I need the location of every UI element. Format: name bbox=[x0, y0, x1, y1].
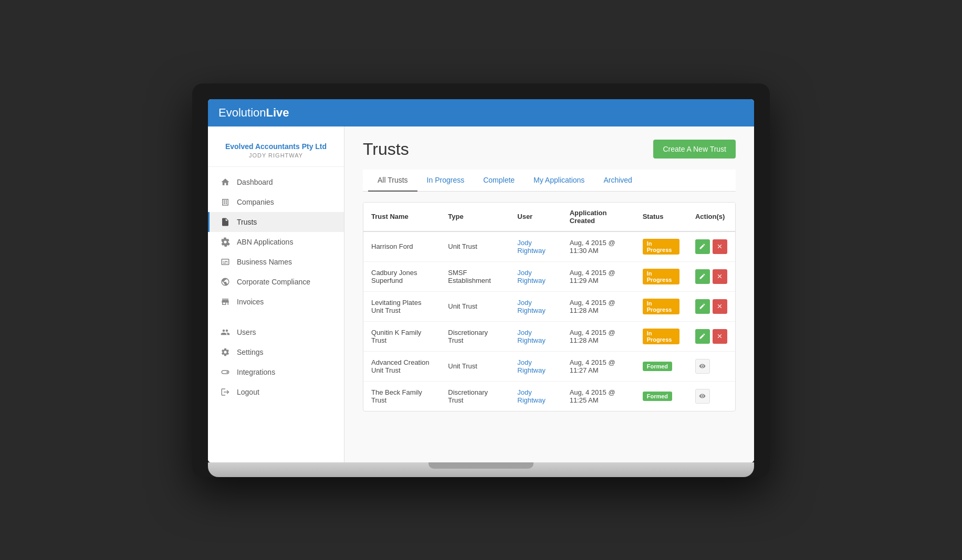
edit-button[interactable] bbox=[695, 329, 710, 344]
logo-bold: Live bbox=[266, 106, 289, 119]
cell-user: Jody Rightway bbox=[509, 231, 561, 262]
cell-actions bbox=[687, 291, 735, 321]
tab-in-progress[interactable]: In Progress bbox=[417, 170, 474, 192]
delete-button[interactable] bbox=[713, 329, 727, 344]
building-icon bbox=[220, 197, 231, 207]
cell-status: In Progress bbox=[635, 231, 687, 262]
cell-trust-name: Cadbury Jones Superfund bbox=[363, 261, 440, 291]
sidebar-item-companies[interactable]: Companies bbox=[208, 192, 344, 212]
user-link[interactable]: Jody Rightway bbox=[517, 269, 545, 284]
action-buttons bbox=[695, 359, 727, 374]
app-header: EvolutionLive bbox=[208, 99, 754, 126]
col-created: Application Created bbox=[562, 203, 635, 231]
cell-created: Aug, 4 2015 @ 11:28 AM bbox=[562, 291, 635, 321]
document-icon bbox=[220, 217, 231, 227]
sidebar-label-trusts: Trusts bbox=[237, 218, 257, 226]
edit-button[interactable] bbox=[695, 269, 710, 284]
sidebar-label-logout: Logout bbox=[237, 388, 259, 396]
sidebar-label-abn: ABN Applications bbox=[237, 238, 293, 246]
invoice-icon bbox=[220, 297, 231, 307]
sidebar-username: JODY RIGHTWAY bbox=[213, 152, 339, 159]
trusts-table: Trust Name Type User Application Created… bbox=[363, 203, 735, 411]
cell-status: Formed bbox=[635, 381, 687, 411]
edit-button[interactable] bbox=[695, 299, 710, 314]
user-link[interactable]: Jody Rightway bbox=[517, 299, 545, 314]
sidebar-nav: Dashboard Companies Trusts bbox=[208, 167, 344, 407]
cell-created: Aug, 4 2015 @ 11:25 AM bbox=[562, 381, 635, 411]
user-link[interactable]: Jody Rightway bbox=[517, 358, 545, 374]
cell-type: Unit Trust bbox=[440, 231, 509, 262]
integrations-icon bbox=[220, 367, 231, 377]
cell-status: In Progress bbox=[635, 321, 687, 351]
sidebar-item-abn-applications[interactable]: ABN Applications bbox=[208, 232, 344, 252]
sidebar-label-companies: Companies bbox=[237, 198, 274, 206]
cell-type: Discretionary Trust bbox=[440, 381, 509, 411]
view-button[interactable] bbox=[695, 359, 710, 374]
cell-trust-name: Advanced Creation Unit Trust bbox=[363, 351, 440, 381]
status-badge: In Progress bbox=[643, 269, 679, 284]
table-row: Harrison Ford Unit Trust Jody Rightway A… bbox=[363, 231, 735, 262]
col-actions: Action(s) bbox=[687, 203, 735, 231]
action-buttons bbox=[695, 329, 727, 344]
tabs-container: All Trusts In Progress Complete My Appli… bbox=[363, 170, 736, 192]
status-badge: In Progress bbox=[643, 299, 679, 314]
app-body: Evolved Accountants Pty Ltd JODY RIGHTWA… bbox=[208, 126, 754, 462]
sidebar-label-integrations: Integrations bbox=[237, 368, 275, 376]
nav-divider bbox=[208, 312, 344, 322]
sidebar-item-logout[interactable]: Logout bbox=[208, 382, 344, 402]
sidebar-item-integrations[interactable]: Integrations bbox=[208, 362, 344, 382]
table-row: Levitating Plates Unit Trust Unit Trust … bbox=[363, 291, 735, 321]
tab-my-applications[interactable]: My Applications bbox=[524, 170, 594, 192]
settings-icon bbox=[220, 347, 231, 357]
action-buttons bbox=[695, 239, 727, 254]
status-badge: Formed bbox=[643, 362, 672, 371]
sidebar-item-settings[interactable]: Settings bbox=[208, 342, 344, 362]
delete-button[interactable] bbox=[713, 299, 727, 314]
user-link[interactable]: Jody Rightway bbox=[517, 239, 545, 255]
cell-actions bbox=[687, 231, 735, 262]
delete-button[interactable] bbox=[713, 269, 727, 284]
sidebar-item-users[interactable]: Users bbox=[208, 322, 344, 342]
col-user: User bbox=[509, 203, 561, 231]
app-logo: EvolutionLive bbox=[218, 106, 289, 120]
tab-archived[interactable]: Archived bbox=[594, 170, 641, 192]
sidebar-label-users: Users bbox=[237, 328, 256, 336]
col-trust-name: Trust Name bbox=[363, 203, 440, 231]
cell-status: Formed bbox=[635, 351, 687, 381]
cell-user: Jody Rightway bbox=[509, 381, 561, 411]
create-trust-button[interactable]: Create A New Trust bbox=[653, 140, 736, 159]
table-body: Harrison Ford Unit Trust Jody Rightway A… bbox=[363, 231, 735, 411]
cell-trust-name: Qunitin K Family Trust bbox=[363, 321, 440, 351]
sidebar-label-settings: Settings bbox=[237, 348, 264, 356]
cell-type: Discretionary Trust bbox=[440, 321, 509, 351]
sidebar-item-trusts[interactable]: Trusts bbox=[208, 212, 344, 232]
trusts-table-container: Trust Name Type User Application Created… bbox=[363, 202, 736, 411]
card-icon bbox=[220, 257, 231, 267]
view-button[interactable] bbox=[695, 389, 710, 404]
cell-type: Unit Trust bbox=[440, 351, 509, 381]
delete-button[interactable] bbox=[713, 239, 727, 254]
cell-actions bbox=[687, 381, 735, 411]
page-title: Trusts bbox=[363, 140, 409, 159]
tab-complete[interactable]: Complete bbox=[474, 170, 524, 192]
logout-icon bbox=[220, 387, 231, 397]
sidebar: Evolved Accountants Pty Ltd JODY RIGHTWA… bbox=[208, 126, 344, 462]
sidebar-item-business-names[interactable]: Business Names bbox=[208, 252, 344, 272]
action-buttons bbox=[695, 269, 727, 284]
col-status: Status bbox=[635, 203, 687, 231]
sidebar-label-corporate-compliance: Corporate Compliance bbox=[237, 278, 310, 286]
company-name: Evolved Accountants Pty Ltd bbox=[213, 142, 339, 151]
user-link[interactable]: Jody Rightway bbox=[517, 329, 545, 344]
table-row: The Beck Family Trust Discretionary Trus… bbox=[363, 381, 735, 411]
cell-created: Aug, 4 2015 @ 11:30 AM bbox=[562, 231, 635, 262]
sidebar-item-invoices[interactable]: Invoices bbox=[208, 292, 344, 312]
sidebar-item-dashboard[interactable]: Dashboard bbox=[208, 172, 344, 192]
cell-trust-name: Harrison Ford bbox=[363, 231, 440, 262]
sidebar-item-corporate-compliance[interactable]: Corporate Compliance bbox=[208, 272, 344, 292]
user-link[interactable]: Jody Rightway bbox=[517, 388, 545, 404]
laptop-base bbox=[208, 462, 754, 477]
edit-button[interactable] bbox=[695, 239, 710, 254]
status-badge: In Progress bbox=[643, 239, 679, 255]
tab-all-trusts[interactable]: All Trusts bbox=[368, 170, 417, 192]
table-row: Advanced Creation Unit Trust Unit Trust … bbox=[363, 351, 735, 381]
